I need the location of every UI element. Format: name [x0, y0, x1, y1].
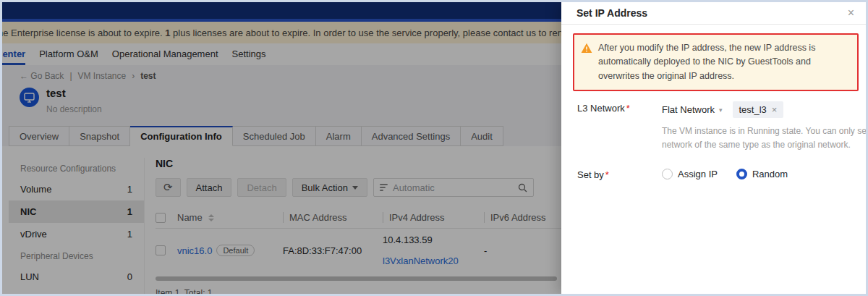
required-asterisk: * — [605, 169, 609, 180]
app-window: Search The Enterprise license is about t… — [2, 2, 866, 294]
panel-body: After you modify the IP address, the new… — [561, 25, 866, 180]
panel-title: Set IP Address — [576, 7, 647, 19]
l3-network-label: L3 Network* — [577, 101, 662, 152]
radio-icon — [662, 169, 673, 179]
radio-checked-icon — [736, 169, 747, 179]
tag-remove-icon[interactable]: × — [772, 105, 778, 114]
warning-text: After you modify the IP address, the new… — [598, 41, 850, 83]
panel-header: Set IP Address × — [561, 2, 866, 25]
set-by-row: Set by* Assign IP Random — [577, 168, 859, 180]
selected-network-tag: test_l3 × — [733, 101, 784, 118]
set-ip-form: L3 Network* Flat Network ▾ test_l3 × The… — [573, 91, 859, 179]
set-by-label: Set by* — [577, 168, 662, 180]
close-icon[interactable]: × — [848, 7, 854, 19]
network-type-select[interactable]: Flat Network — [662, 104, 715, 115]
radio-random[interactable]: Random — [736, 169, 788, 179]
warning-callout: After you modify the IP address, the new… — [573, 33, 859, 91]
required-asterisk: * — [626, 103, 630, 114]
warning-icon — [581, 43, 592, 54]
l3-network-helper-text: The VM instance is in Running state. You… — [662, 124, 866, 152]
chevron-down-icon[interactable]: ▾ — [719, 106, 723, 114]
set-ip-address-panel: Set IP Address × After you modify the IP… — [561, 2, 866, 294]
l3-network-row: L3 Network* Flat Network ▾ test_l3 × The… — [577, 101, 859, 152]
radio-assign-ip[interactable]: Assign IP — [662, 169, 718, 179]
